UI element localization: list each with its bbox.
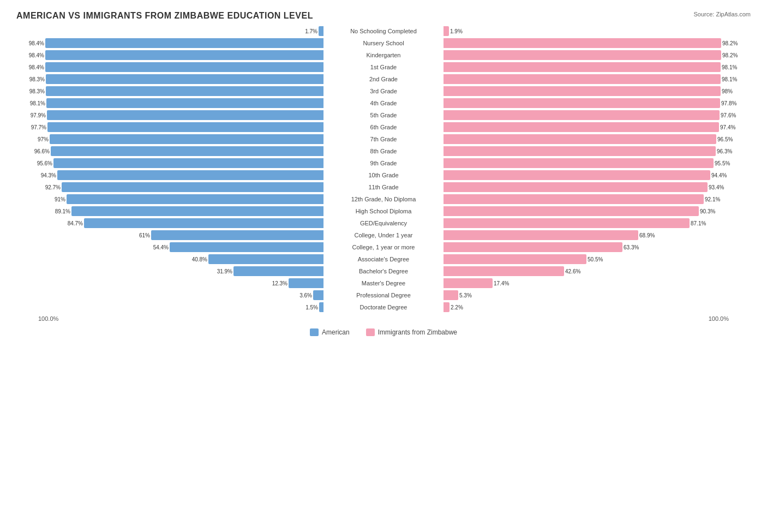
category-label: College, Under 1 year (323, 232, 444, 238)
zimbabwe-value: 98.1% (722, 76, 741, 82)
bar-left-container: 61% (41, 229, 323, 241)
bar-right-container: 17.4% (444, 277, 726, 289)
bar-right-container: 96.3% (444, 145, 726, 157)
category-label: Doctorate Degree (323, 304, 444, 310)
category-label: Associate's Degree (323, 256, 444, 262)
bar-american: 98.1% (46, 98, 323, 108)
table-row: 3.6% Professional Degree 5.3% (41, 289, 726, 301)
table-row: 61% College, Under 1 year 68.9% (41, 229, 726, 241)
bar-zimbabwe: 68.9% (444, 230, 638, 240)
table-row: 98.4% Kindergarten 98.2% (41, 49, 726, 61)
bar-american: 97.7% (47, 122, 323, 132)
zimbabwe-value: 1.9% (450, 28, 470, 34)
bar-zimbabwe: 17.4% (444, 278, 493, 288)
category-label: College, 1 year or more (323, 244, 444, 250)
category-label: Professional Degree (323, 292, 444, 298)
bar-american: 31.9% (233, 266, 323, 276)
bar-zimbabwe: 50.5% (444, 254, 586, 264)
table-row: 96.6% 8th Grade 96.3% (41, 145, 726, 157)
bar-right-container: 42.6% (444, 265, 726, 277)
zimbabwe-value: 17.4% (494, 280, 513, 286)
bar-left-container: 1.7% (41, 25, 323, 37)
american-value: 95.6% (33, 160, 52, 166)
american-value: 1.5% (298, 304, 318, 310)
footer-row: 100.0% 100.0% (16, 315, 751, 322)
zimbabwe-value: 92.1% (705, 196, 724, 202)
bar-left-container: 98.3% (41, 73, 323, 85)
zimbabwe-value: 98.1% (722, 64, 741, 70)
bar-american: 97.9% (47, 110, 323, 120)
bar-left-container: 54.4% (41, 241, 323, 253)
bar-american: 54.4% (170, 242, 323, 252)
bar-left-container: 12.3% (41, 277, 323, 289)
zimbabwe-value: 96.5% (717, 136, 737, 142)
bar-right-container: 96.5% (444, 133, 726, 145)
bar-left-container: 92.7% (41, 181, 323, 193)
american-value: 12.3% (268, 280, 287, 286)
american-value: 40.8% (188, 256, 207, 262)
bar-left-container: 98.4% (41, 61, 323, 73)
american-value: 91% (46, 196, 65, 202)
bar-right-container: 94.4% (444, 169, 726, 181)
bar-zimbabwe: 98.1% (444, 74, 721, 84)
american-value: 92.7% (41, 184, 61, 190)
zimbabwe-value: 97.6% (721, 112, 740, 118)
bar-american: 96.6% (51, 146, 323, 156)
zimbabwe-value: 68.9% (639, 232, 659, 238)
table-row: 98.1% 4th Grade 97.8% (41, 97, 726, 109)
category-label: Kindergarten (323, 52, 444, 58)
category-label: GED/Equivalency (323, 220, 444, 226)
zimbabwe-value: 94.4% (711, 172, 731, 178)
bar-right-container: 98.2% (444, 37, 726, 49)
table-row: 98.4% Nursery School 98.2% (41, 37, 726, 49)
table-row: 98.3% 2nd Grade 98.1% (41, 73, 726, 85)
american-value: 89.1% (51, 208, 70, 214)
table-row: 40.8% Associate's Degree 50.5% (41, 253, 726, 265)
legend-american: American (310, 328, 350, 336)
zimbabwe-value: 96.3% (717, 148, 736, 154)
table-row: 91% 12th Grade, No Diploma 92.1% (41, 193, 726, 205)
zimbabwe-value: 2.2% (451, 304, 470, 310)
bar-american: 95.6% (53, 158, 323, 168)
bar-left-container: 40.8% (41, 253, 323, 265)
bar-left-container: 31.9% (41, 265, 323, 277)
bar-zimbabwe: 92.1% (444, 194, 704, 204)
bar-american: 91% (67, 194, 323, 204)
bar-zimbabwe: 98.2% (444, 50, 721, 60)
bar-right-container: 1.9% (444, 25, 726, 37)
bar-left-container: 91% (41, 193, 323, 205)
table-row: 54.4% College, 1 year or more 63.3% (41, 241, 726, 253)
bar-american: 92.7% (62, 182, 323, 192)
category-label: 9th Grade (323, 160, 444, 166)
table-row: 89.1% High School Diploma 90.3% (41, 205, 726, 217)
table-row: 95.6% 9th Grade 95.5% (41, 157, 726, 169)
bar-zimbabwe: 97.6% (444, 110, 720, 120)
bar-right-container: 95.5% (444, 157, 726, 169)
bar-left-container: 98.3% (41, 85, 323, 97)
american-value: 94.3% (37, 172, 56, 178)
legend: American Immigrants from Zimbabwe (16, 328, 751, 336)
bar-american: 89.1% (71, 206, 323, 216)
zimbabwe-value: 97.4% (720, 124, 740, 130)
category-label: 3rd Grade (323, 88, 444, 94)
bar-american: 61% (151, 230, 323, 240)
zimbabwe-value: 63.3% (624, 244, 643, 250)
bar-left-container: 97.9% (41, 109, 323, 121)
bar-left-container: 98.1% (41, 97, 323, 109)
american-value: 54.4% (149, 244, 169, 250)
bar-right-container: 87.1% (444, 217, 726, 229)
legend-zimbabwe-label: Immigrants from Zimbabwe (378, 328, 457, 336)
footer-right: 100.0% (444, 315, 751, 322)
chart-title: AMERICAN VS IMMIGRANTS FROM ZIMBABWE EDU… (16, 11, 751, 21)
zimbabwe-value: 93.4% (709, 184, 728, 190)
zimbabwe-value: 50.5% (588, 256, 607, 262)
zimbabwe-value: 42.6% (565, 268, 585, 274)
bar-zimbabwe: 96.3% (444, 146, 716, 156)
american-value: 98.4% (25, 64, 44, 70)
category-label: 5th Grade (323, 112, 444, 118)
bar-zimbabwe: 1.9% (444, 26, 449, 36)
table-row: 92.7% 11th Grade 93.4% (41, 181, 726, 193)
bar-american: 1.5% (319, 302, 323, 312)
bar-american: 98.4% (45, 62, 323, 72)
bar-american: 98.3% (46, 74, 323, 84)
